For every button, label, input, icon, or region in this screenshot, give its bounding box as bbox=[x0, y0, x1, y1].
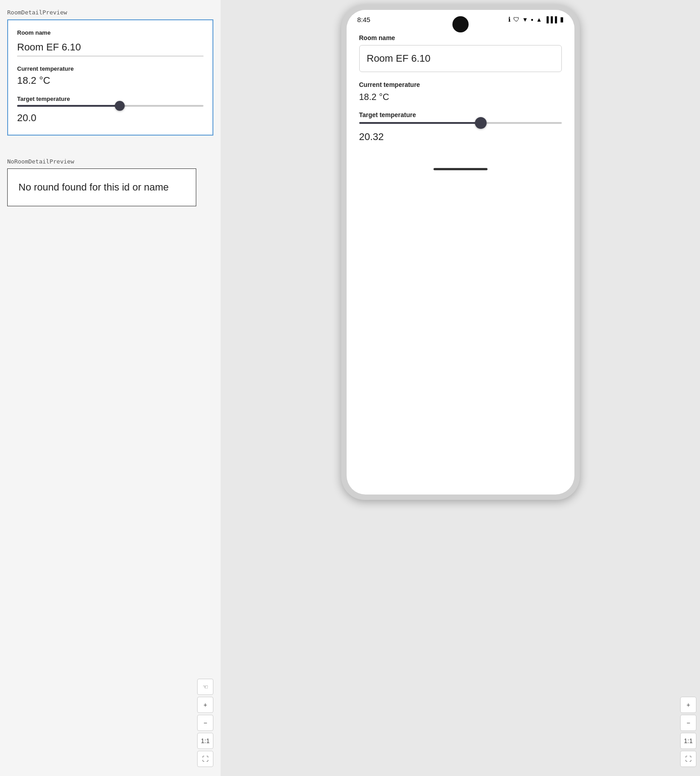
target-temp-label: Target temperature bbox=[17, 95, 203, 102]
status-icons: ℹ 🛡 ▼ ● ▲ ▐▐▐ ▮ bbox=[508, 15, 563, 23]
phone-zoom-in-icon: + bbox=[686, 701, 690, 708]
phone-reset-zoom-label: 1:1 bbox=[684, 737, 692, 744]
zoom-out-button[interactable]: − bbox=[197, 715, 213, 731]
camera-notch bbox=[452, 16, 469, 32]
room-name-label: Room name bbox=[17, 29, 203, 36]
wifi-icon: ▲ bbox=[536, 16, 542, 23]
phone-reset-zoom-button[interactable]: 1:1 bbox=[680, 733, 696, 749]
phone-slider-thumb[interactable] bbox=[475, 117, 487, 129]
shield-icon: 🛡 bbox=[513, 16, 519, 23]
target-temp-slider[interactable] bbox=[17, 105, 203, 107]
fit-icon: ⛶ bbox=[202, 755, 208, 762]
signal-icon: ▐▐▐ bbox=[545, 16, 557, 23]
status-time: 8:45 bbox=[357, 16, 370, 23]
reset-zoom-button[interactable]: 1:1 bbox=[197, 733, 213, 749]
phone-target-temp-label: Target temperature bbox=[359, 111, 562, 118]
zoom-in-icon: + bbox=[203, 701, 207, 708]
slider-track bbox=[17, 105, 203, 107]
phone-outer: 8:45 ℹ 🛡 ▼ ● ▲ ▐▐▐ ▮ Room name Room EF 6… bbox=[341, 5, 580, 500]
phone-zoom-in-button[interactable]: + bbox=[680, 697, 696, 713]
zoom-out-icon: − bbox=[203, 719, 207, 726]
phone-current-temp-value: 18.2 °C bbox=[359, 92, 562, 102]
dot-icon: ● bbox=[531, 17, 533, 22]
home-indicator bbox=[434, 168, 488, 170]
phone-fit-button[interactable]: ⛶ bbox=[680, 751, 696, 767]
no-room-detail-preview-label: NoRoomDetailPreview bbox=[7, 158, 213, 165]
room-detail-preview-label: RoomDetailPreview bbox=[7, 9, 213, 16]
slider-fill bbox=[17, 105, 120, 107]
phone-fit-icon: ⛶ bbox=[685, 755, 691, 762]
current-temp-label: Current temperature bbox=[17, 65, 203, 72]
current-temp-value: 18.2 °C bbox=[17, 75, 203, 86]
phone-slider-fill bbox=[359, 122, 481, 124]
phone-zoom-out-icon: − bbox=[686, 719, 690, 726]
hand-tool-button[interactable]: ☜ bbox=[197, 679, 213, 695]
slider-thumb[interactable] bbox=[115, 101, 125, 111]
left-toolbar: ☜ + − 1:1 ⛶ bbox=[197, 679, 213, 767]
battery-icon: ▮ bbox=[560, 15, 564, 23]
phone-zoom-out-button[interactable]: − bbox=[680, 715, 696, 731]
right-toolbar: + − 1:1 ⛶ bbox=[680, 697, 696, 767]
phone-slider-track bbox=[359, 122, 562, 124]
left-panel: RoomDetailPreview Room name Current temp… bbox=[0, 0, 221, 776]
room-name-input[interactable] bbox=[17, 39, 203, 56]
room-detail-card: Room name Current temperature 18.2 °C Ta… bbox=[7, 19, 213, 136]
no-room-message: No round found for this id or name bbox=[18, 182, 185, 193]
right-panel: 8:45 ℹ 🛡 ▼ ● ▲ ▐▐▐ ▮ Room name Room EF 6… bbox=[221, 0, 700, 776]
info-icon: ℹ bbox=[508, 16, 510, 23]
phone-room-name-box: Room EF 6.10 bbox=[359, 45, 562, 72]
phone-room-name-label: Room name bbox=[359, 34, 562, 41]
location-icon: ▼ bbox=[522, 16, 528, 23]
phone-content: Room name Room EF 6.10 Current temperatu… bbox=[347, 27, 574, 150]
phone-slider-section[interactable] bbox=[359, 122, 562, 124]
zoom-in-button[interactable]: + bbox=[197, 697, 213, 713]
reset-zoom-label: 1:1 bbox=[201, 737, 209, 744]
target-temp-value: 20.0 bbox=[17, 112, 203, 124]
phone-inner: 8:45 ℹ 🛡 ▼ ● ▲ ▐▐▐ ▮ Room name Room EF 6… bbox=[347, 10, 574, 495]
fit-button[interactable]: ⛶ bbox=[197, 751, 213, 767]
hand-icon: ☜ bbox=[203, 683, 208, 690]
phone-target-temp-value: 20.32 bbox=[359, 131, 562, 143]
no-room-card: No round found for this id or name bbox=[7, 168, 196, 206]
phone-current-temp-label: Current temperature bbox=[359, 81, 562, 88]
